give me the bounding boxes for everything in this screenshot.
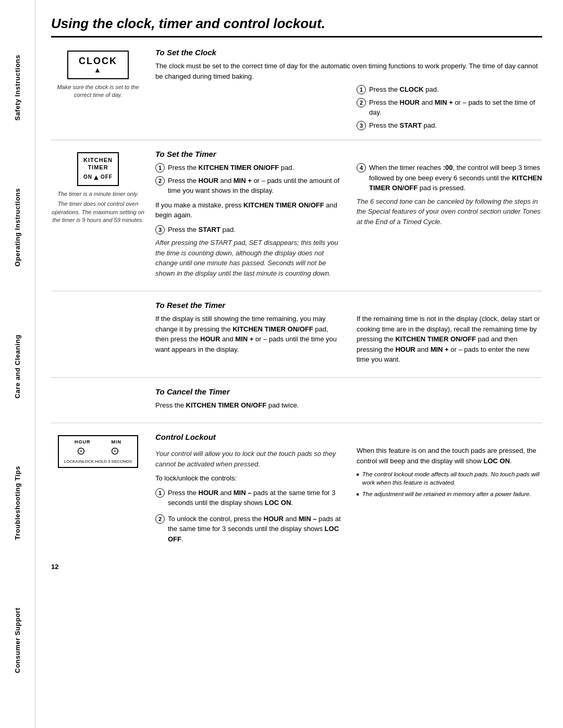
- timer-step-4: 4 When the timer reaches :00, the contro…: [357, 163, 542, 193]
- timer-step-2: 2 Press the HOUR and MIN + or – pads unt…: [155, 176, 341, 196]
- sidebar-item-troubleshooting: Troubleshooting Tips: [14, 466, 21, 540]
- page-number: 12: [51, 563, 542, 571]
- lockout-section: HOUR MIN ⊙ ⊙ LOCK/UNLOCK HOLD 3 SECONDS …: [51, 433, 542, 553]
- lockout-icons: ⊙ ⊙: [64, 445, 132, 457]
- clock-section: CLOCK ▲ Make sure the clock is set to th…: [51, 48, 542, 140]
- timer-box: KITCHEN TIMER ON ▲ OFF: [77, 152, 119, 186]
- reset-col-left: If the display is still showing the time…: [155, 314, 341, 368]
- timer-on-off-row: ON ▲ OFF: [83, 172, 113, 182]
- timer-section-left: KITCHEN TIMER ON ▲ OFF The timer is a mi…: [51, 150, 155, 281]
- step-text-2: Press the HOUR and MIN + or – pads to se…: [369, 97, 542, 118]
- timer-caption1: The timer is a minute timer only.: [57, 190, 139, 198]
- clock-steps-right: 1 Press the CLOCK pad. 2 Press the HOUR …: [357, 84, 542, 130]
- timer-step-num-2: 2: [155, 176, 165, 186]
- clock-intro: The clock must be set to the correct tim…: [155, 61, 542, 81]
- timer-section: KITCHEN TIMER ON ▲ OFF The timer is a mi…: [51, 150, 542, 291]
- clock-step-2: 2 Press the HOUR and MIN + or – pads to …: [357, 97, 542, 118]
- lockout-hour-label: HOUR: [75, 439, 91, 445]
- lockout-box-note: LOCK/UNLOCK HOLD 3 SECONDS: [64, 459, 132, 464]
- lockout-step-text-1: Press the HOUR and MIN – pads at the sam…: [168, 488, 341, 508]
- timer-step-num-3: 3: [155, 225, 165, 235]
- clock-heading: To Set the Clock: [155, 48, 542, 57]
- timer-arrow-icon: ▲: [93, 172, 101, 182]
- cancel-content: To Cancel the Timer Press the KITCHEN TI…: [155, 387, 542, 414]
- timer-on-label: ON: [83, 174, 92, 180]
- clock-step-1: 1 Press the CLOCK pad.: [357, 84, 542, 95]
- clock-steps-layout: 1 Press the CLOCK pad. 2 Press the HOUR …: [155, 84, 542, 130]
- sidebar-item-safety: Safety Instructions: [14, 55, 21, 121]
- lockout-intro-italic: Your control will allow you to lock out …: [155, 449, 341, 469]
- timer-step-text-1: Press the KITCHEN TIMER ON/OFF pad.: [168, 163, 294, 173]
- timer-right-steps: 4 When the timer reaches :00, the contro…: [357, 163, 542, 193]
- clock-step-3: 3 Press the START pad.: [357, 120, 542, 131]
- step-text-1: Press the CLOCK pad.: [369, 84, 439, 95]
- reset-section: To Reset the Timer If the display is sti…: [51, 301, 542, 378]
- timer-col-left: 1 Press the KITCHEN TIMER ON/OFF pad. 2 …: [155, 163, 341, 281]
- lockout-two-col: Your control will allow you to lock out …: [155, 446, 542, 544]
- timer-step-num-1: 1: [155, 163, 165, 172]
- lockout-icon-right: ⊙: [111, 445, 119, 457]
- clock-steps-left: [155, 84, 341, 130]
- timer-mistake-note: If you make a mistake, press KITCHEN TIM…: [155, 200, 341, 220]
- timer-box-line1: KITCHEN: [83, 156, 113, 164]
- lockout-step-2: 2 To unlock the control, press the HOUR …: [155, 514, 341, 545]
- timer-right-italic: The 6 second tone can be canceled by fol…: [357, 196, 542, 227]
- reset-right-text: If the remaining time is not in the disp…: [357, 314, 542, 365]
- lockout-icon-left: ⊙: [77, 445, 85, 457]
- lockout-step-num-2: 2: [155, 514, 165, 524]
- cancel-section: To Cancel the Timer Press the KITCHEN TI…: [51, 387, 542, 424]
- step-text-3: Press the START pad.: [369, 120, 437, 131]
- reset-content: To Reset the Timer If the display is sti…: [155, 301, 542, 368]
- lockout-min-label: MIN: [112, 439, 122, 445]
- reset-two-col: If the display is still showing the time…: [155, 314, 542, 368]
- lockout-section-left: HOUR MIN ⊙ ⊙ LOCK/UNLOCK HOLD 3 SECONDS: [51, 433, 155, 544]
- step-num-2: 2: [357, 98, 366, 107]
- timer-italic-note: After pressing the START pad, SET disapp…: [155, 238, 341, 278]
- clock-box: CLOCK ▲: [67, 51, 129, 79]
- cancel-text: Press the KITCHEN TIMER ON/OFF pad twice…: [155, 400, 542, 411]
- lockout-step-num-1: 1: [155, 488, 165, 498]
- step-num-1: 1: [357, 85, 366, 94]
- lockout-col-left: Your control will allow you to lock out …: [155, 446, 341, 544]
- lockout-steps: 1 Press the HOUR and MIN – pads at the s…: [155, 488, 341, 545]
- reset-section-left: [51, 301, 155, 368]
- timer-step-text-3: Press the START pad.: [168, 225, 236, 235]
- cancel-section-left: [51, 387, 155, 414]
- step-num-3: 3: [357, 121, 366, 130]
- reset-left-text: If the display is still showing the time…: [155, 314, 341, 354]
- lockout-bullet-list: The control lockout mode affects all tou…: [357, 470, 542, 498]
- timer-two-col: 1 Press the KITCHEN TIMER ON/OFF pad. 2 …: [155, 163, 542, 281]
- timer-step-num-4: 4: [357, 163, 366, 172]
- timer-box-line2: TIMER: [83, 164, 113, 171]
- sidebar-item-care: Care and Cleaning: [14, 335, 21, 399]
- page: Safety Instructions Operating Instructio…: [0, 0, 563, 728]
- lockout-bullet-2: The adjustment will be retained in memor…: [357, 490, 542, 498]
- main-content: Using the clock, timer and control locko…: [35, 0, 563, 728]
- lockout-heading: Control Lockout: [155, 433, 542, 441]
- clock-caption: Make sure the clock is set to the correc…: [51, 83, 145, 100]
- reset-col-right: If the remaining time is not in the disp…: [357, 314, 542, 368]
- sidebar-item-operating: Operating Instructions: [14, 188, 21, 266]
- timer-step-3: 3 Press the START pad.: [155, 225, 341, 235]
- timer-col-right: 4 When the timer reaches :00, the contro…: [357, 163, 542, 281]
- lockout-box-labels: HOUR MIN: [64, 439, 132, 445]
- timer-left-steps: 1 Press the KITCHEN TIMER ON/OFF pad. 2 …: [155, 163, 341, 196]
- lockout-col-right: When this feature is on and the touch pa…: [357, 446, 542, 544]
- lockout-box: HOUR MIN ⊙ ⊙ LOCK/UNLOCK HOLD 3 SECONDS: [58, 435, 138, 468]
- timer-step-text-2: Press the HOUR and MIN + or – pads until…: [168, 176, 341, 196]
- timer-step-text-4: When the timer reaches :00, the control …: [369, 163, 542, 193]
- page-title: Using the clock, timer and control locko…: [51, 16, 542, 38]
- clock-content: To Set the Clock The clock must be set t…: [155, 48, 542, 130]
- lockout-content: Control Lockout Your control will allow …: [155, 433, 542, 544]
- timer-content: To Set the Timer 1 Press the KITCHEN TIM…: [155, 150, 542, 281]
- timer-step3-container: 3 Press the START pad.: [155, 225, 341, 235]
- clock-arrow-icon: ▲: [79, 66, 117, 74]
- lockout-step-text-2: To unlock the control, press the HOUR an…: [168, 514, 341, 545]
- timer-step-1: 1 Press the KITCHEN TIMER ON/OFF pad.: [155, 163, 341, 173]
- sidebar-item-consumer: Consumer Support: [14, 608, 21, 673]
- lockout-intro2: To lock/unlock the controls:: [155, 473, 341, 484]
- lockout-right-text: When this feature is on and the touch pa…: [357, 446, 542, 466]
- clock-section-left: CLOCK ▲ Make sure the clock is set to th…: [51, 48, 155, 130]
- cancel-heading: To Cancel the Timer: [155, 387, 542, 396]
- reset-heading: To Reset the Timer: [155, 301, 542, 310]
